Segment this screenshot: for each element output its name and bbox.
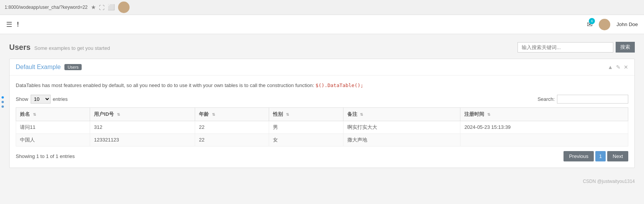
cell-age: 22	[195, 133, 269, 146]
search-filter-label: Search:	[537, 96, 555, 102]
cell-age: 22	[195, 121, 269, 133]
show-entries: Show 10 25 50 100 entries	[16, 95, 68, 104]
notification-badge: 6	[589, 18, 595, 24]
page-title-row: Users Some examples to get you started 搜…	[9, 42, 635, 53]
sort-icon: ⇅	[360, 112, 363, 117]
app-header: ☰ ! ✉ 6 John Doe	[0, 15, 644, 34]
col-regtime[interactable]: 注册时间 ⇅	[460, 107, 628, 121]
col-age[interactable]: 年龄 ⇅	[195, 107, 269, 121]
close-icon[interactable]: ✕	[624, 64, 628, 70]
avatar	[599, 19, 610, 30]
show-label: Show	[16, 96, 28, 102]
card-body: DataTables has most features enabled by …	[10, 76, 634, 168]
sidebar-dots	[0, 95, 5, 109]
card-actions: ▲ ✎ ✕	[608, 64, 628, 70]
sort-icon: ⇅	[487, 112, 490, 117]
search-area: 搜索	[518, 42, 635, 53]
sort-icon: ⇅	[286, 112, 289, 117]
table-search-input[interactable]	[557, 95, 628, 104]
search-button[interactable]: 搜索	[616, 42, 635, 53]
brand-logo: !	[17, 21, 19, 28]
table-row: 中国人12332112322女撒大声地	[16, 133, 628, 146]
cell-reg_time	[460, 133, 628, 146]
header-right: ✉ 6 John Doe	[587, 19, 638, 30]
entries-info: Showing 1 to 1 of 1 entries	[16, 153, 75, 159]
col-userid[interactable]: 用户ID号 ⇅	[90, 107, 195, 121]
card-title-row: Default Example Users	[16, 64, 82, 71]
sidebar-dot	[2, 101, 4, 103]
browser-url: 1:8000/wodeapp/user_cha/?keyword=22	[5, 5, 88, 10]
table-row: 请问1131222男啊实打实大大2024-05-23 15:13:39	[16, 121, 628, 133]
sidebar-dot	[2, 96, 4, 99]
cell-name: 中国人	[16, 133, 90, 146]
page-subtitle: Some examples to get you started	[34, 45, 110, 51]
collapse-icon[interactable]: ▲	[608, 64, 613, 70]
cell-remark: 啊实打实大大	[343, 121, 460, 133]
previous-button[interactable]: Previous	[564, 151, 594, 161]
browser-icons: ★ ⛶ ⬜	[91, 2, 130, 13]
notification-icon[interactable]: ✉ 6	[587, 20, 593, 29]
sidebar-dot	[2, 105, 4, 108]
cell-reg_time: 2024-05-23 15:13:39	[460, 121, 628, 133]
star-icon[interactable]: ★	[91, 4, 96, 11]
col-gender[interactable]: 性别 ⇅	[269, 107, 343, 121]
extension-icon[interactable]: ⛶	[99, 4, 105, 11]
edit-icon[interactable]: ✎	[616, 64, 621, 70]
table-header-row: 姓名 ⇅ 用户ID号 ⇅ 年龄 ⇅ 性别 ⇅ 备注 ⇅ 注册时间 ⇅	[16, 107, 628, 121]
main-card: Default Example Users ▲ ✎ ✕ DataTables h…	[9, 59, 635, 168]
pagination: Previous 1 Next	[564, 151, 628, 161]
search-input[interactable]	[518, 42, 613, 53]
header-left: ☰ !	[6, 20, 19, 29]
card-title: Default Example	[16, 64, 61, 71]
sort-icon: ⇅	[212, 112, 215, 117]
page-title: Users Some examples to get you started	[9, 43, 110, 52]
table-controls: Show 10 25 50 100 entries Search:	[16, 95, 628, 104]
hamburger-menu[interactable]: ☰	[6, 20, 12, 29]
sort-icon: ⇅	[33, 112, 36, 117]
cell-user_id: 123321123	[90, 133, 195, 146]
cell-user_id: 312	[90, 121, 195, 133]
code-snippet: $().DataTable();	[315, 82, 363, 88]
page-footer: CSDN @justwaityou1314	[0, 176, 644, 187]
page-content: Users Some examples to get you started 搜…	[0, 34, 644, 176]
browser-avatar[interactable]	[118, 2, 130, 13]
card-header: Default Example Users ▲ ✎ ✕	[10, 59, 634, 76]
data-table: 姓名 ⇅ 用户ID号 ⇅ 年龄 ⇅ 性别 ⇅ 备注 ⇅ 注册时间 ⇅ 请问113…	[16, 107, 628, 146]
description-text: DataTables has most features enabled by …	[16, 82, 628, 89]
page-number[interactable]: 1	[595, 151, 606, 161]
footer-credit: CSDN @justwaityou1314	[583, 179, 635, 184]
page-heading: Users	[9, 43, 31, 52]
cell-remark: 撒大声地	[343, 133, 460, 146]
username-label: John Doe	[616, 21, 638, 27]
sort-icon: ⇅	[117, 112, 120, 117]
cell-name: 请问11	[16, 121, 90, 133]
browser-bar: 1:8000/wodeapp/user_cha/?keyword=22 ★ ⛶ …	[0, 0, 644, 15]
col-remark[interactable]: 备注 ⇅	[343, 107, 460, 121]
entries-select[interactable]: 10 25 50 100	[31, 95, 51, 104]
search-filter: Search:	[537, 95, 628, 104]
cell-gender: 女	[269, 133, 343, 146]
entries-label: entries	[53, 96, 68, 102]
next-button[interactable]: Next	[607, 151, 628, 161]
card-badge: Users	[64, 64, 82, 70]
table-footer: Showing 1 to 1 of 1 entries Previous 1 N…	[16, 151, 628, 161]
cell-gender: 男	[269, 121, 343, 133]
desc-before: DataTables has most features enabled by …	[16, 82, 315, 88]
col-name[interactable]: 姓名 ⇅	[16, 107, 90, 121]
window-icon[interactable]: ⬜	[108, 4, 115, 11]
